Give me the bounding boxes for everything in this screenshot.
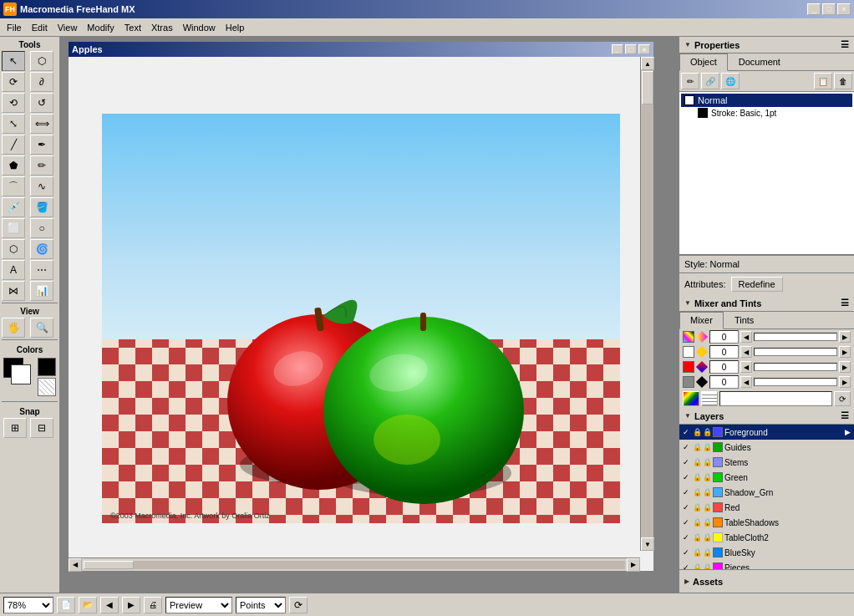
mixer-color-picker[interactable] xyxy=(683,391,699,406)
layer-stems-check[interactable]: ✓ xyxy=(683,458,691,466)
menu-window[interactable]: Window xyxy=(178,21,221,34)
background-color[interactable] xyxy=(11,364,31,384)
tool-rectangle[interactable]: ⬜ xyxy=(2,218,25,238)
menu-view[interactable]: View xyxy=(53,21,83,34)
mixer-track-4[interactable] xyxy=(754,378,837,386)
layer-guides-check[interactable]: ✓ xyxy=(683,443,691,451)
mixer-dec-3[interactable]: ◀ xyxy=(740,361,752,373)
document-controls[interactable]: _ □ × xyxy=(612,44,650,54)
mixer-dec-1[interactable]: ◀ xyxy=(740,331,752,343)
tool-bezigon[interactable]: ⬟ xyxy=(2,155,25,176)
snap-to-guides[interactable]: ⊟ xyxy=(30,418,53,438)
close-button[interactable]: × xyxy=(837,3,851,15)
tool-blend[interactable]: ⋈ xyxy=(2,281,25,301)
prop-delete-btn[interactable]: 🗑 xyxy=(834,73,852,89)
properties-collapse-icon[interactable]: ▼ xyxy=(684,41,691,48)
scroll-thumb[interactable] xyxy=(642,71,653,104)
tool-line[interactable]: ╱ xyxy=(2,135,25,155)
layer-red-check[interactable]: ✓ xyxy=(683,503,691,512)
tool-text[interactable]: A xyxy=(2,260,25,280)
menu-xtras[interactable]: Xtras xyxy=(146,21,178,34)
prop-preview-btn[interactable]: 🌐 xyxy=(721,73,740,89)
tab-object[interactable]: Object xyxy=(679,53,728,71)
assets-collapse-icon[interactable]: ▶ xyxy=(684,578,689,585)
tool-subselect[interactable]: ⬡ xyxy=(30,51,53,71)
tool-smudge[interactable]: ∿ xyxy=(30,176,53,196)
tool-freeform[interactable]: ⌒ xyxy=(2,176,25,196)
menu-modify[interactable]: Modify xyxy=(82,21,119,34)
layer-guides[interactable]: ✓ 🔒 🔒 Guides xyxy=(679,440,854,455)
tool-mirror[interactable]: ⟺ xyxy=(30,114,53,134)
tool-ellipse[interactable]: ○ xyxy=(30,218,53,238)
zoom-select[interactable]: 78% 100% 50% xyxy=(3,597,53,613)
preview-select[interactable]: Preview Keyline xyxy=(165,597,232,613)
prop-edit-btn[interactable]: ✏ xyxy=(681,73,699,89)
tool-spiral[interactable]: 🌀 xyxy=(30,239,53,259)
new-file-button[interactable]: 📄 xyxy=(57,597,75,613)
layer-tableshadows[interactable]: ✓ 🔒 🔒 TableShadows xyxy=(679,515,854,530)
doc-close[interactable]: × xyxy=(638,44,650,54)
minimize-button[interactable]: _ xyxy=(807,3,821,15)
forward-button[interactable]: ▶ xyxy=(122,597,140,613)
mixer-input-3[interactable] xyxy=(709,360,739,374)
doc-minimize[interactable]: _ xyxy=(612,44,623,54)
tab-tints[interactable]: Tints xyxy=(724,312,765,328)
open-file-button[interactable]: 📂 xyxy=(79,597,97,613)
mixer-hex-input[interactable] xyxy=(719,391,832,406)
layer-pieces[interactable]: ✓ 🔒 🔒 Pieces xyxy=(679,560,854,569)
tool-polygon[interactable]: ⬡ xyxy=(2,239,25,259)
menu-edit[interactable]: Edit xyxy=(27,21,53,34)
layer-tablecloth2[interactable]: ✓ 🔒 🔒 TableCloth2 xyxy=(679,530,854,545)
maximize-button[interactable]: □ xyxy=(822,3,836,15)
mixer-track-3[interactable] xyxy=(754,363,837,371)
properties-menu-icon[interactable]: ☰ xyxy=(841,39,849,50)
layer-bluesky-check[interactable]: ✓ xyxy=(683,548,691,557)
tab-document[interactable]: Document xyxy=(728,53,791,70)
mixer-menu-icon[interactable]: ☰ xyxy=(841,298,849,308)
layer-bluesky[interactable]: ✓ 🔒 🔒 BlueSky xyxy=(679,545,854,560)
layers-collapse-icon[interactable]: ▼ xyxy=(684,412,691,420)
tool-eyedropper[interactable]: 💉 xyxy=(2,197,25,217)
mixer-track-2[interactable] xyxy=(754,348,837,356)
mixer-input-2[interactable] xyxy=(709,345,739,359)
menu-file[interactable]: File xyxy=(2,21,27,34)
prop-copy-btn[interactable]: 📋 xyxy=(814,73,832,89)
scroll-left-button[interactable]: ◀ xyxy=(69,558,82,572)
tool-rotate[interactable]: ↺ xyxy=(30,93,53,113)
tool-paint-bucket[interactable]: 🪣 xyxy=(30,197,53,217)
h-scroll-track[interactable] xyxy=(84,561,625,569)
tool-lasso[interactable]: ⟳ xyxy=(2,72,25,92)
scroll-up-button[interactable]: ▲ xyxy=(641,57,654,70)
layer-tableshadows-check[interactable]: ✓ xyxy=(683,518,691,527)
stroke-swatch[interactable] xyxy=(38,358,56,376)
layer-foreground-check[interactable]: ✓ xyxy=(683,428,691,436)
doc-maximize[interactable]: □ xyxy=(625,44,637,54)
points-select[interactable]: Points Inches cm xyxy=(236,597,286,613)
mixer-collapse-icon[interactable]: ▼ xyxy=(684,299,691,307)
mixer-track-1[interactable] xyxy=(754,333,837,341)
snap-to-grid[interactable]: ⊞ xyxy=(3,418,27,438)
tool-pointer[interactable]: ↖ xyxy=(2,51,25,71)
menu-text[interactable]: Text xyxy=(119,21,146,34)
vertical-scrollbar[interactable]: ▲ ▼ xyxy=(640,57,653,551)
mixer-apply-btn[interactable]: ⟳ xyxy=(834,391,851,406)
mixer-inc-4[interactable]: ▶ xyxy=(839,376,851,388)
mixer-inc-1[interactable]: ▶ xyxy=(839,331,851,343)
layer-shadow-grn[interactable]: ✓ 🔒 🔒 Shadow_Grn xyxy=(679,485,854,500)
print-button[interactable]: 🖨 xyxy=(144,597,162,613)
tool-zoom[interactable]: 🔍 xyxy=(30,318,53,338)
layers-menu-icon[interactable]: ☰ xyxy=(841,410,849,421)
layer-shadow-grn-check[interactable]: ✓ xyxy=(683,488,691,496)
mixer-grid-btn[interactable] xyxy=(701,391,718,406)
mixer-input-1[interactable] xyxy=(709,330,739,344)
layer-foreground[interactable]: ✓ 🔒 🔒 Foreground ▶ xyxy=(679,425,854,440)
refresh-button[interactable]: ⟳ xyxy=(289,597,308,613)
window-controls[interactable]: _ □ × xyxy=(807,3,851,15)
layer-green[interactable]: ✓ 🔒 🔒 Green xyxy=(679,470,854,485)
tool-connector[interactable]: ⋯ xyxy=(30,260,53,280)
prop-link-btn[interactable]: 🔗 xyxy=(701,73,719,89)
mixer-dec-4[interactable]: ◀ xyxy=(740,376,752,388)
fill-swatch[interactable] xyxy=(38,378,56,396)
layer-red[interactable]: ✓ 🔒 🔒 Red xyxy=(679,500,854,515)
scroll-down-button[interactable]: ▼ xyxy=(641,537,654,551)
